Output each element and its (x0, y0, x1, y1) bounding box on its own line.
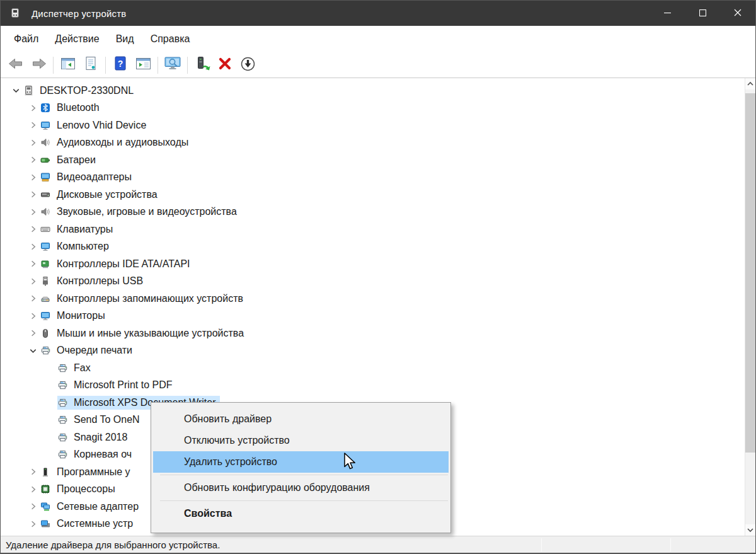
tree-item[interactable]: Microsoft Print to PDF (1, 377, 755, 395)
tree-item-label: Компьютер (54, 239, 113, 253)
scan-hardware-changes-button[interactable] (161, 55, 184, 75)
update-driver-icon (194, 55, 210, 75)
tree-item[interactable]: Дисковые устройства (1, 186, 755, 204)
chevron-right-icon[interactable] (25, 466, 40, 478)
keyboard-icon (40, 224, 53, 234)
tree-item-label: Звуковые, игровые и видеоустройства (54, 205, 241, 219)
computer-root-icon (23, 86, 36, 96)
show-console-tree-button[interactable] (57, 55, 79, 75)
chevron-right-icon[interactable] (25, 310, 40, 321)
help-button[interactable]: ? (109, 55, 132, 75)
toolbar-separator (53, 57, 54, 74)
tree-item-label: Мыши и иные указывающие устройства (54, 326, 248, 340)
scroll-up-button[interactable] (745, 78, 755, 89)
tree-item[interactable]: Звуковые, игровые и видеоустройства (1, 204, 755, 221)
uninstall-device-button[interactable] (214, 55, 236, 75)
chevron-right-icon[interactable] (25, 293, 40, 304)
tree-item[interactable]: Контроллеры запоминающих устройств (1, 290, 755, 308)
tree-item-label: Fax (71, 361, 94, 375)
vertical-scrollbar[interactable] (745, 78, 755, 536)
tree-item[interactable]: Lenovo Vhid Device (1, 117, 755, 134)
chevron-right-icon[interactable] (25, 206, 40, 217)
menubar-item[interactable]: Справка (142, 26, 198, 52)
tree-item[interactable]: DESKTOP-2330DNL (1, 82, 755, 100)
menubar-item[interactable]: Вид (108, 26, 142, 52)
tree-item[interactable]: Мониторы (1, 308, 755, 325)
close-button[interactable] (720, 1, 755, 26)
chevron-right-icon[interactable] (25, 501, 40, 512)
chevron-right-icon[interactable] (25, 328, 40, 339)
tree-item[interactable]: Fax (1, 359, 755, 377)
menubar-item[interactable]: Действие (47, 26, 107, 52)
tree-item-label: Контроллеры USB (54, 274, 147, 288)
chevron-right-icon[interactable] (25, 137, 40, 148)
disable-device-icon (239, 55, 256, 75)
tree-item-label: DESKTOP-2330DNL (37, 84, 137, 98)
tree-item-label: Очереди печати (54, 343, 136, 357)
chevron-right-icon[interactable] (25, 102, 40, 113)
chevron-down-icon[interactable] (25, 345, 40, 356)
tree-item-label: Microsoft Print to PDF (71, 378, 176, 392)
tree-item-label: Дисковые устройства (54, 188, 161, 202)
chevron-right-icon[interactable] (25, 171, 40, 183)
printer-icon (57, 432, 70, 442)
chevron-right-icon[interactable] (25, 189, 40, 200)
context-menu-item[interactable]: Обновить конфигурацию оборудования (151, 477, 450, 499)
tree-item[interactable]: Мыши и иные указывающие устройства (1, 325, 755, 342)
tree-item-label: Мониторы (54, 309, 109, 323)
tree-item-label: Системные устр (54, 517, 137, 531)
update-driver-button[interactable] (191, 55, 214, 75)
chevron-right-icon[interactable] (25, 154, 40, 166)
tree-item[interactable]: Компьютер (1, 238, 755, 256)
tree-item[interactable]: Батареи (1, 151, 755, 169)
context-menu-item[interactable]: Удалить устройство (153, 451, 449, 473)
disable-device-button[interactable] (236, 55, 259, 75)
scroll-down-button[interactable] (745, 524, 755, 536)
chevron-spacer (42, 362, 57, 374)
tree-item-label: Процессоры (54, 482, 119, 496)
chevron-right-icon[interactable] (25, 120, 40, 131)
svg-text:?: ? (118, 59, 123, 69)
tree-item[interactable]: Bluetooth (1, 100, 755, 117)
battery-icon (40, 155, 53, 165)
disk-icon (40, 190, 53, 200)
menubar-item[interactable]: Файл (6, 26, 47, 52)
chevron-right-icon[interactable] (25, 275, 40, 287)
tree-item[interactable]: Контроллеры IDE ATA/ATAPI (1, 255, 755, 273)
help-icon: ? (113, 55, 127, 74)
status-divider (670, 538, 671, 551)
toolbar: ? (1, 52, 755, 78)
tree-item-label: Контроллеры IDE ATA/ATAPI (54, 257, 194, 271)
context-menu-item[interactable]: Отключить устройство (151, 430, 450, 451)
tree-item-label: Сетевые адаптер (54, 500, 142, 514)
chevron-right-icon[interactable] (25, 258, 40, 270)
minimize-button[interactable] (650, 1, 685, 26)
tree-item[interactable]: Очереди печати (1, 342, 755, 360)
chevron-down-icon[interactable] (8, 85, 23, 96)
context-menu-item[interactable]: Обновить драйвер (151, 408, 450, 430)
tree-item[interactable]: Видеоадаптеры (1, 169, 755, 187)
forward-button[interactable] (27, 55, 50, 75)
context-menu: Обновить драйверОтключить устройствоУдал… (151, 402, 451, 533)
printer-icon (57, 415, 70, 425)
software-device-icon (40, 467, 53, 477)
chevron-right-icon[interactable] (25, 241, 40, 252)
context-menu-item[interactable]: Свойства (151, 503, 450, 524)
tree-item-label: Клавиатуры (54, 222, 117, 236)
mouse-icon (40, 328, 53, 338)
maximize-button[interactable] (685, 1, 720, 26)
tree-item[interactable]: Клавиатуры (1, 221, 755, 238)
tree-item[interactable]: Контроллеры USB (1, 273, 755, 291)
device-manager-icon (9, 6, 23, 20)
scrollbar-thumb[interactable] (745, 93, 755, 453)
printer-icon (57, 449, 70, 459)
back-button[interactable] (4, 55, 27, 75)
properties-button[interactable] (79, 55, 102, 75)
tree-item-label: Видеоадаптеры (54, 170, 135, 184)
tree-item-label: Аудиовходы и аудиовыходы (54, 136, 192, 149)
chevron-right-icon[interactable] (25, 518, 40, 529)
chevron-right-icon[interactable] (25, 224, 40, 235)
action-pane-button[interactable] (132, 55, 154, 75)
tree-item[interactable]: Аудиовходы и аудиовыходы (1, 134, 755, 152)
chevron-right-icon[interactable] (25, 483, 40, 495)
